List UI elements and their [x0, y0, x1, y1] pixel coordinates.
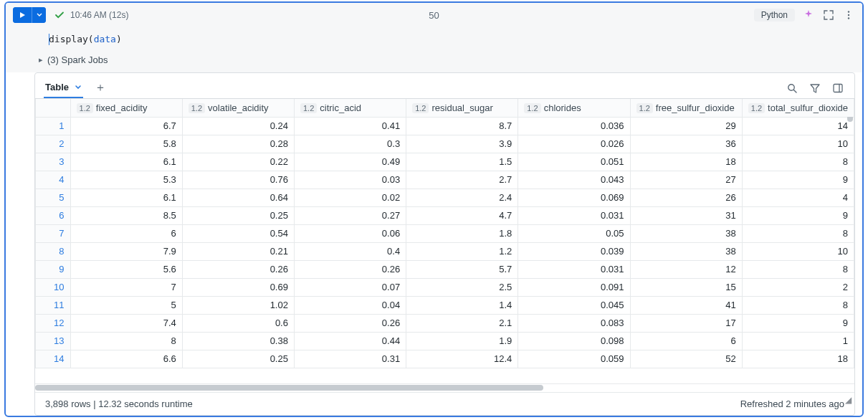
cell[interactable]: 6.7 — [70, 117, 182, 135]
table-row[interactable]: 16.70.240.418.70.0362914 — [36, 117, 854, 135]
cell[interactable]: 0.54 — [182, 224, 294, 242]
cell[interactable]: 26 — [630, 188, 742, 206]
cell[interactable]: 0.05 — [518, 224, 630, 242]
cell[interactable]: 0.098 — [518, 332, 630, 350]
cell[interactable]: 15 — [630, 278, 742, 296]
cell[interactable]: 12.4 — [406, 350, 518, 368]
cell[interactable]: 10 — [742, 242, 854, 260]
cell[interactable]: 2.1 — [406, 314, 518, 332]
cell[interactable]: 0.091 — [518, 278, 630, 296]
cell[interactable]: 1.8 — [406, 224, 518, 242]
cell[interactable]: 7.9 — [70, 242, 182, 260]
cell[interactable]: 14 — [742, 117, 854, 135]
cell[interactable]: 6.1 — [70, 188, 182, 206]
cell[interactable]: 0.38 — [182, 332, 294, 350]
cell[interactable]: 0.26 — [182, 260, 294, 278]
table-row[interactable]: 760.540.061.80.05388 — [36, 224, 854, 242]
cell[interactable]: 0.031 — [518, 260, 630, 278]
cell[interactable]: 0.02 — [294, 188, 406, 206]
table-row[interactable]: 1070.690.072.50.091152 — [36, 278, 854, 296]
cell[interactable]: 5.3 — [70, 171, 182, 188]
table-row[interactable]: 1380.380.441.90.09861 — [36, 332, 854, 350]
run-menu-dropdown[interactable] — [32, 7, 46, 23]
cell[interactable]: 0.28 — [182, 135, 294, 153]
cell[interactable]: 18 — [742, 350, 854, 368]
cell[interactable]: 0.31 — [294, 350, 406, 368]
cell[interactable]: 0.22 — [182, 153, 294, 171]
cell[interactable]: 0.4 — [294, 242, 406, 260]
expand-icon[interactable] — [822, 9, 835, 22]
column-header[interactable]: 1.2volatile_acidity — [182, 99, 294, 117]
cell[interactable]: 8 — [742, 153, 854, 171]
column-header[interactable]: 1.2chlorides — [518, 99, 630, 117]
cell[interactable]: 0.25 — [182, 206, 294, 224]
cell[interactable]: 1.2 — [406, 242, 518, 260]
cell[interactable]: 0.031 — [518, 206, 630, 224]
cell[interactable]: 0.24 — [182, 117, 294, 135]
horizontal-scrollbar-track[interactable] — [35, 383, 854, 392]
cell[interactable]: 18 — [630, 153, 742, 171]
cell[interactable]: 8 — [742, 224, 854, 242]
resize-handle-icon[interactable]: ◢ — [845, 395, 852, 405]
column-header[interactable]: 1.2citric_acid — [294, 99, 406, 117]
cell[interactable]: 1.02 — [182, 296, 294, 314]
cell[interactable]: 0.27 — [294, 206, 406, 224]
cell[interactable]: 0.26 — [294, 314, 406, 332]
side-panel-icon[interactable] — [831, 82, 844, 95]
table-row[interactable]: 45.30.760.032.70.043279 — [36, 171, 854, 188]
cell[interactable]: 0.026 — [518, 135, 630, 153]
data-table-scroll[interactable]: 1.2fixed_acidity1.2volatile_acidity1.2ci… — [35, 98, 854, 383]
cell[interactable]: 2.4 — [406, 188, 518, 206]
table-row[interactable]: 68.50.250.274.70.031319 — [36, 206, 854, 224]
cell[interactable]: 0.25 — [182, 350, 294, 368]
cell[interactable]: 0.64 — [182, 188, 294, 206]
cell[interactable]: 0.039 — [518, 242, 630, 260]
cell[interactable]: 38 — [630, 224, 742, 242]
cell[interactable]: 0.07 — [294, 278, 406, 296]
cell[interactable]: 0.3 — [294, 135, 406, 153]
column-header[interactable]: 1.2free_sulfur_dioxide — [630, 99, 742, 117]
add-tab-button[interactable]: ＋ — [92, 77, 109, 98]
cell[interactable]: 1 — [742, 332, 854, 350]
cell[interactable]: 0.045 — [518, 296, 630, 314]
cell[interactable]: 36 — [630, 135, 742, 153]
cell[interactable]: 0.03 — [294, 171, 406, 188]
table-row[interactable]: 25.80.280.33.90.0263610 — [36, 135, 854, 153]
cell[interactable]: 2.7 — [406, 171, 518, 188]
cell[interactable]: 6.1 — [70, 153, 182, 171]
cell[interactable]: 29 — [630, 117, 742, 135]
cell[interactable]: 12 — [630, 260, 742, 278]
cell[interactable]: 6 — [70, 224, 182, 242]
cell[interactable]: 41 — [630, 296, 742, 314]
column-header[interactable]: 1.2residual_sugar — [406, 99, 518, 117]
cell[interactable]: 0.76 — [182, 171, 294, 188]
cell[interactable]: 0.04 — [294, 296, 406, 314]
table-row[interactable]: 87.90.210.41.20.0393810 — [36, 242, 854, 260]
cell[interactable]: 0.083 — [518, 314, 630, 332]
cell[interactable]: 8 — [70, 332, 182, 350]
cell[interactable]: 0.26 — [294, 260, 406, 278]
cell[interactable]: 1.5 — [406, 153, 518, 171]
spark-jobs-toggle[interactable]: ▸ (3) Spark Jobs — [6, 50, 862, 72]
cell[interactable]: 8 — [742, 260, 854, 278]
cell[interactable]: 3.9 — [406, 135, 518, 153]
language-chip[interactable]: Python — [754, 9, 795, 22]
cell[interactable]: 0.21 — [182, 242, 294, 260]
cell[interactable]: 38 — [630, 242, 742, 260]
cell[interactable]: 0.6 — [182, 314, 294, 332]
tab-table[interactable]: Table — [44, 77, 83, 98]
cell[interactable]: 7 — [70, 278, 182, 296]
table-row[interactable]: 36.10.220.491.50.051188 — [36, 153, 854, 171]
cell[interactable]: 5.8 — [70, 135, 182, 153]
cell[interactable]: 0.69 — [182, 278, 294, 296]
table-row[interactable]: 95.60.260.265.70.031128 — [36, 260, 854, 278]
cell[interactable]: 1.9 — [406, 332, 518, 350]
cell[interactable]: 17 — [630, 314, 742, 332]
table-row[interactable]: 127.40.60.262.10.083179 — [36, 314, 854, 332]
assistant-sparkle-icon[interactable] — [802, 9, 815, 22]
cell[interactable]: 8.7 — [406, 117, 518, 135]
cell[interactable]: 8 — [742, 296, 854, 314]
cell[interactable]: 31 — [630, 206, 742, 224]
cell[interactable]: 0.44 — [294, 332, 406, 350]
cell[interactable]: 4 — [742, 188, 854, 206]
